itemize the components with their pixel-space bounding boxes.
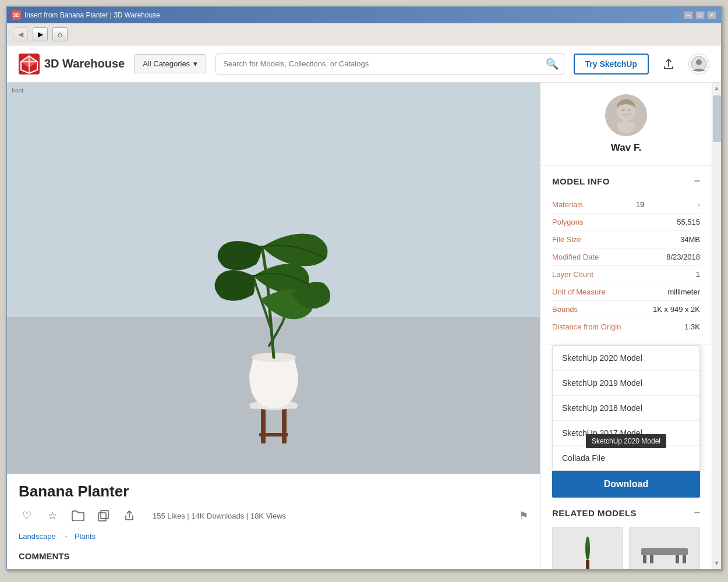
svg-rect-26 [676,555,679,563]
svg-point-21 [586,537,589,551]
forward-button[interactable]: ▶ [33,27,48,41]
model-viewer[interactable]: front [7,83,540,474]
info-value-4: 1 [696,270,700,279]
info-row-2: File Size 34MB [552,231,700,249]
info-value-5: millimeter [667,288,700,296]
scroll-thumb[interactable] [713,95,721,142]
svg-point-6 [696,59,702,65]
upload-icon [663,58,674,70]
scroll-down-arrow[interactable]: ▼ [712,558,721,569]
related-grid: Plant 11 KORDUS Daybed [552,527,700,569]
restore-button[interactable]: □ [695,11,705,19]
model-panel: front [7,83,540,569]
info-label-6: Bounds [552,305,578,314]
try-sketchup-button[interactable]: Try SketchUp [574,54,649,74]
back-button[interactable]: ◀ [13,27,28,41]
breadcrumb: Landscape → Plants [19,532,528,541]
folder-button[interactable] [70,508,86,524]
category-label: All Categories [143,59,190,68]
home-button[interactable]: ⌂ [52,27,68,41]
related-section: RELATED MODELS − Plant 11 [540,498,712,569]
download-option-sketchup2020[interactable]: SketchUp 2020 Model [553,346,699,371]
collapse-button[interactable]: − [694,175,700,187]
svg-rect-8 [261,409,266,443]
comments-section: COMMENTS [19,551,528,561]
user-avatar[interactable] [605,94,647,136]
info-row-1: Polygons 55,515 [552,214,700,231]
model-title: Banana Planter [19,482,528,501]
info-row-7: Distance from Origin 1.3K [552,318,700,335]
download-option-collada[interactable]: Collada File [553,446,699,470]
logo-icon [19,54,40,74]
model-bottom: Banana Planter ♡ ☆ [7,474,540,569]
category-dropdown[interactable]: All Categories ▾ [134,54,206,73]
favorite-button[interactable]: ☆ [44,508,61,524]
copy-button[interactable] [96,508,112,524]
svg-rect-10 [259,433,288,436]
folder-icon [72,510,84,521]
info-value-6: 1K x 949 x 2K [653,305,700,314]
model-stats: 155 Likes | 14K Downloads | 18K Views [153,512,286,520]
window-controls[interactable]: ─ □ ✕ [684,11,716,19]
info-row-3: Modified Date 8/23/2018 [552,249,700,266]
svg-point-18 [627,109,631,111]
info-row-6: Bounds 1K x 949 x 2K [552,301,700,318]
svg-rect-9 [282,409,287,443]
breadcrumb-plants[interactable]: Plants [75,532,96,541]
download-dropdown: SketchUp 2020 Model SketchUp 2019 Model … [552,345,700,471]
plant-image [175,194,373,474]
user-profile-button[interactable] [688,54,709,74]
svg-rect-13 [98,513,106,521]
window-title: Insert from Banana Planter | 3D Warehous… [24,11,160,19]
flag-button[interactable]: ⚑ [519,509,528,522]
info-label-1: Polygons [552,218,583,226]
related-thumb-plant11 [553,528,623,569]
scroll-up-arrow[interactable]: ▲ [712,83,721,94]
info-row-5: Unit of Measure millimeter [552,283,700,301]
info-value-2: 34MB [680,235,700,244]
close-button[interactable]: ✕ [707,11,716,19]
search-input[interactable] [216,59,540,68]
info-label-0: Materials [552,200,583,209]
logo-text: 3D Warehouse [44,57,125,70]
minimize-button[interactable]: ─ [684,11,693,19]
model-info-title: MODEL INFO [552,176,610,186]
related-card-kordus[interactable]: KORDUS Daybed [629,527,700,569]
view-label: front [12,87,23,94]
info-value-1: 55,515 [677,218,700,226]
svg-rect-22 [641,548,688,555]
info-arrow-0[interactable]: › [697,200,700,209]
upload-button[interactable] [658,54,679,74]
related-collapse-button[interactable]: − [694,507,700,519]
info-row-0[interactable]: Materials 19 › [552,196,700,214]
svg-point-17 [621,109,625,111]
svg-rect-19 [586,560,589,569]
info-label-4: Layer Count [552,270,593,279]
svg-rect-23 [643,555,646,563]
model-info-section: MODEL INFO − Materials 19 › Polygons 55,… [540,166,712,345]
share-button[interactable] [121,508,137,524]
user-name: Wav F. [552,142,700,154]
svg-rect-25 [650,555,653,563]
model-info-header: MODEL INFO − [552,175,700,187]
scrollbar[interactable]: ▲ ▼ [712,83,721,569]
download-tooltip: SketchUp 2020 Model [586,434,666,448]
breadcrumb-arrow: → [61,532,69,541]
user-section: Wav F. [540,83,712,166]
search-button[interactable]: 🔍 [540,54,564,74]
related-header: RELATED MODELS − [552,507,700,519]
download-option-sketchup2018[interactable]: SketchUp 2018 Model [553,396,699,421]
breadcrumb-landscape[interactable]: Landscape [19,532,56,541]
title-bar: 3D Insert from Banana Planter | 3D Wareh… [7,7,721,23]
download-button[interactable]: Download [552,471,700,498]
copy-icon [98,510,109,521]
related-card-plant11[interactable]: Plant 11 [552,527,623,569]
share-icon [123,510,135,521]
content-area: front [7,83,721,569]
avatar-image [605,94,647,136]
info-value-3: 8/23/2018 [666,253,700,261]
download-option-sketchup2019[interactable]: SketchUp 2019 Model SketchUp 2020 Model [553,371,699,396]
like-button[interactable]: ♡ [19,508,35,524]
chevron-down-icon: ▾ [193,59,197,68]
download-section: SketchUp 2020 Model SketchUp 2019 Model … [540,345,712,498]
